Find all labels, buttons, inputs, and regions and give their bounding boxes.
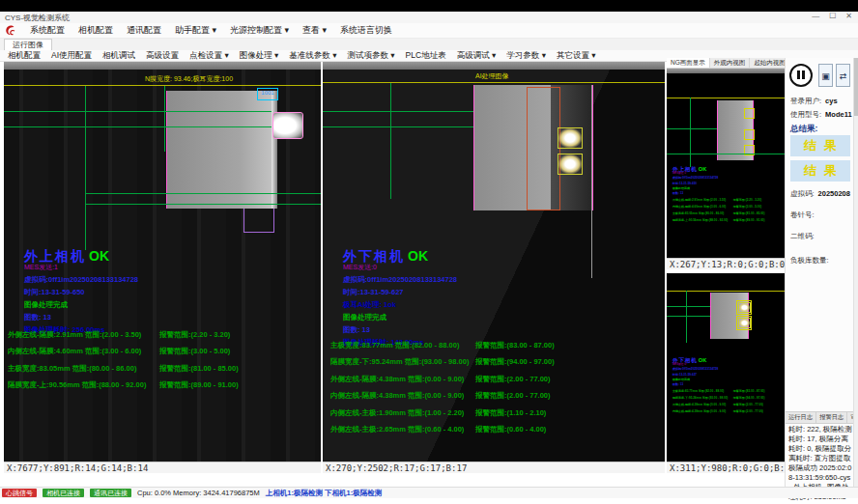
sv2-ai-box-1 bbox=[736, 300, 752, 315]
tab-run-image[interactable]: 运行图像 bbox=[4, 39, 52, 50]
qr-code-label: 二维码: bbox=[790, 232, 815, 241]
right-panel-scrollbar[interactable] bbox=[853, 58, 858, 487]
menu-item-language-switch[interactable]: 系统语言切换 bbox=[340, 24, 392, 37]
menu-item-assistant-config[interactable]: 助手配置 ▾ bbox=[175, 24, 216, 37]
small-view-1-canvas[interactable]: 外上相机OK MES发送:1 虚拟码:0ff1im202502081331347… bbox=[667, 69, 785, 258]
middle-coordinate-bar: X:270;Y:2502;R:17;G:17;B:17 bbox=[323, 462, 665, 473]
log-tab-run[interactable]: 运行日志 bbox=[786, 412, 816, 423]
switch-arrows-icon: ⇄ bbox=[840, 71, 847, 81]
small-view-2-canvas[interactable]: 外下相机OK MES发送:0 虚拟码:0ff1im202502081331347… bbox=[667, 273, 785, 462]
menu-bar: 系统配置 相机配置 通讯配置 助手配置 ▾ 光源控制配置 ▾ 查看 ▾ 系统语言… bbox=[0, 23, 858, 39]
scrollbar-thumb[interactable] bbox=[854, 58, 858, 116]
middle-green-hline-2 bbox=[323, 126, 473, 127]
tool-spot-check[interactable]: 点检设置 ▾ bbox=[189, 50, 229, 62]
total-result-label: 总结果: bbox=[790, 124, 817, 135]
sv1-mini-result: 外上相机OK MES发送:1 虚拟码:0ff1im202502081331347… bbox=[672, 165, 785, 222]
sv2-green-hline-1 bbox=[667, 306, 710, 307]
pause-button[interactable] bbox=[789, 64, 813, 87]
middle-green-vline bbox=[390, 83, 391, 199]
left-green-hline-2 bbox=[4, 126, 272, 127]
left-coordinate-bar: X:7677;Y:891;R:14;G:14;B:14 bbox=[4, 462, 321, 473]
sv1-tab-outer-view[interactable]: 外观内视图 bbox=[710, 58, 751, 68]
tool-learning-params[interactable]: 学习参数 ▾ bbox=[506, 50, 546, 62]
measurement-row: 隔膜宽度-下:95.24mm 范围:(93.00 - 98.00)报警范围:(9… bbox=[330, 357, 659, 367]
log-tab-alarm[interactable]: 报警日志 bbox=[816, 412, 847, 423]
top-strip bbox=[0, 0, 858, 12]
sv2-ai-box-2 bbox=[736, 316, 752, 330]
left-measurements: 外侧左线-隔膜:2.91mm 范围:(2.00 - 3.50)报警范围:(2.2… bbox=[8, 322, 319, 390]
tool-advanced-debug[interactable]: 高级调试 ▾ bbox=[457, 50, 497, 62]
small-view-2-coordinate-bar: X:311;Y:980;R:0;G:0;B:0 bbox=[667, 462, 785, 473]
sv1-yellow-line bbox=[667, 98, 785, 98]
small-view-2: 外下相机OK MES发送:0 虚拟码:0ff1im202502081331347… bbox=[667, 273, 785, 473]
tool-baseline-params[interactable]: 基准线参数 ▾ bbox=[289, 50, 336, 62]
tool-camera-debug[interactable]: 相机调试 bbox=[102, 50, 135, 62]
model-value: Mode11 bbox=[825, 110, 852, 120]
measurement-row: 内侧左线-隔膜:4.60mm 范围:(3.00 - 6.00)报警范围:(3.0… bbox=[8, 347, 319, 356]
left-frame-count: 图数: 13 bbox=[24, 313, 314, 322]
menu-item-light-control[interactable]: 光源控制配置 ▾ bbox=[230, 24, 289, 37]
measurement-row: 内侧左线-隔膜:4.38mm 范围:(0.00 - 9.00)报警范围:(2.0… bbox=[330, 391, 659, 401]
sv2-green-vline bbox=[686, 291, 687, 343]
right-panel: ▣ ⇄ 登录用户: cys 使用型号: Mode11 总结果: 结果 结果 虚拟… bbox=[785, 58, 858, 487]
middle-canvas-topband bbox=[323, 62, 665, 70]
middle-annotation: AI处理图像 bbox=[475, 71, 509, 81]
left-purple-mark bbox=[243, 209, 274, 233]
middle-time: 时间:13-31-59-627 bbox=[343, 288, 652, 297]
sv1-green-hline-2 bbox=[667, 154, 785, 154]
left-camera-canvas[interactable]: N膜宽度: 93.46;极耳宽度:100 1001 外上相机OK MES发送:1… bbox=[4, 62, 321, 462]
sv2-green-hline-2 bbox=[667, 316, 710, 317]
menu-item-view[interactable]: 查看 ▾ bbox=[302, 24, 327, 37]
needle-number-label: 卷针号: bbox=[790, 210, 815, 220]
image-icon: ▣ bbox=[821, 71, 830, 81]
measurement-row: 外侧左线-主极:2.65mm 范围:(0.60 - 4.00)报警范围:(0.6… bbox=[330, 425, 659, 434]
menu-item-comm-config[interactable]: 通讯配置 bbox=[127, 24, 161, 37]
log-text: 耗时: 222, 极隔检测耗时: 17, 极隔分离耗时: 0, 极隔提取分离耗时… bbox=[788, 425, 852, 485]
middle-process-done: 图像处理完成 bbox=[343, 313, 652, 322]
log-tabs: 运行日志 报警日志 审核日志 bbox=[786, 411, 853, 424]
result-box-2: 结果 bbox=[790, 160, 850, 182]
left-annotation: N膜宽度: 93.46;极耳宽度:100 bbox=[145, 74, 233, 84]
minimize-button[interactable]: — bbox=[812, 12, 819, 20]
tool-plc-address[interactable]: PLC地址表 bbox=[406, 50, 446, 62]
app-logo-icon bbox=[4, 24, 16, 37]
measurement-row: 内侧左线-主极:1.90mm 范围:(1.00 - 2.20)报警范围:(1.1… bbox=[330, 408, 659, 418]
login-user-label: 登录用户: bbox=[790, 97, 821, 106]
middle-green-hline-1 bbox=[323, 111, 473, 112]
camera-connected-badge: 相机已连接 bbox=[43, 489, 84, 497]
measurement-row: 隔膜宽度-上:90.56mm 范围:(88.00 - 92.00)报警范围:(8… bbox=[8, 380, 319, 390]
sv2-yellow-line bbox=[667, 291, 785, 292]
switch-button[interactable]: ⇄ bbox=[836, 64, 850, 87]
measurement-row: 主极宽度:83.77mm 范围:(82.00 - 88.00)报警范围:(83.… bbox=[330, 341, 659, 350]
tool-other-settings[interactable]: 其它设置 ▾ bbox=[557, 50, 596, 62]
small-view-1: NG画面显示 外观内视图 起始内视图 外上相机OK MES发送:1 虚拟码:0f… bbox=[667, 58, 785, 269]
tool-image-processing[interactable]: 图像处理 ▾ bbox=[240, 50, 279, 62]
left-block-tag: 1001 bbox=[257, 88, 278, 100]
tool-test-params[interactable]: 测试项参数 ▾ bbox=[347, 50, 394, 62]
left-green-vline-2 bbox=[164, 86, 165, 152]
cpu-memory-status: Cpu: 0.0% Memory: 3424.41796875M bbox=[137, 489, 260, 497]
small-view-1-coordinate-bar: X:267;Y:13;R:0;G:0;B:0 bbox=[667, 258, 785, 269]
maximize-button[interactable]: ☐ bbox=[829, 12, 836, 20]
middle-camera-canvas[interactable]: AI处理图像 外下相机OK MES发送:0 虚拟码:0ff1im20250208… bbox=[323, 62, 665, 462]
left-time: 时间:13-31-59-650 bbox=[24, 288, 314, 297]
virtual-code-value: 20250208 bbox=[818, 189, 850, 199]
model-label: 使用型号: bbox=[790, 110, 821, 120]
sv1-tab-ng-display[interactable]: NG画面显示 bbox=[667, 58, 710, 68]
tool-advanced-settings[interactable]: 高级设置 bbox=[146, 50, 179, 62]
middle-barcode: 虚拟码:0ff1im20250208133134728 bbox=[343, 275, 652, 285]
status-bar: 心跳信号 相机已连接 通讯已连接 Cpu: 0.0% Memory: 3424.… bbox=[0, 487, 858, 498]
measurement-row: 主极宽度:83.05mm 范围:(80.00 - 86.00)报警范围:(81.… bbox=[8, 364, 319, 374]
image-button[interactable]: ▣ bbox=[818, 64, 833, 87]
left-electrode-block bbox=[166, 91, 272, 209]
tool-camera-config[interactable]: 相机配置 bbox=[8, 50, 41, 62]
heartbeat-badge: 心跳信号 bbox=[2, 489, 37, 497]
menu-item-system-config[interactable]: 系统配置 bbox=[30, 24, 65, 37]
left-block-edge bbox=[272, 91, 277, 209]
close-button[interactable]: ✕ bbox=[845, 12, 852, 20]
left-green-hline-3 bbox=[85, 193, 321, 194]
tool-ai-use-config[interactable]: AI使用配置 bbox=[51, 50, 92, 62]
middle-yellow-line bbox=[323, 82, 665, 83]
middle-tab-flag-1 bbox=[558, 127, 583, 149]
menu-item-camera-config[interactable]: 相机配置 bbox=[78, 24, 113, 37]
